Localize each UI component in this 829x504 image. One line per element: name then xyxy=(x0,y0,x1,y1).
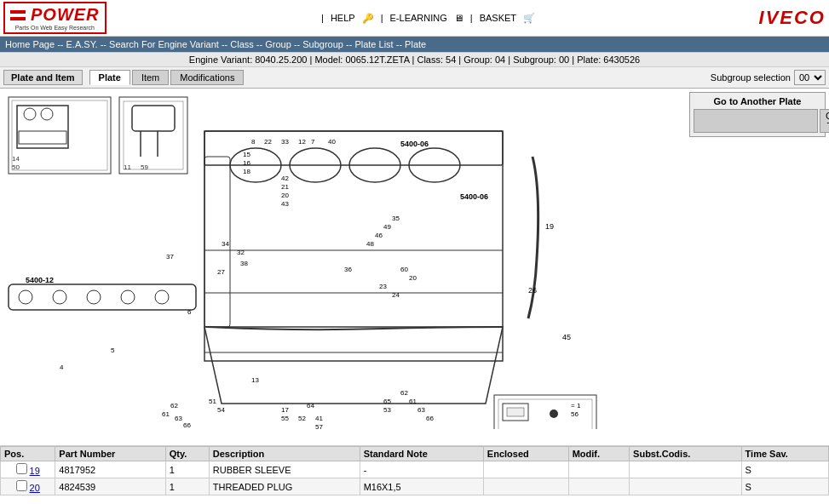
standard-note: - xyxy=(360,461,483,478)
nav-links: | HELP 🔑 | E-LEARNING 🖥 | BASKET 🛒 xyxy=(321,13,535,24)
subgroup-select[interactable]: 00 01 02 xyxy=(794,70,826,85)
tab-modifications[interactable]: Modifications xyxy=(170,70,244,85)
svg-text:34: 34 xyxy=(222,240,229,248)
subst-codis xyxy=(630,461,741,478)
main: 14 50 11 59 xyxy=(0,89,829,495)
enclosed xyxy=(483,461,568,478)
time-sav: S xyxy=(741,461,828,478)
svg-text:65: 65 xyxy=(383,398,391,405)
pos-link[interactable]: 19 xyxy=(30,466,40,476)
svg-rect-90 xyxy=(507,408,524,416)
diagram-area: 14 50 11 59 xyxy=(0,89,829,446)
svg-text:46: 46 xyxy=(375,232,383,239)
svg-text:59: 59 xyxy=(141,163,148,171)
nav-sep3: | xyxy=(470,13,473,23)
basket-icon: 🛒 xyxy=(523,13,535,24)
svg-text:54: 54 xyxy=(217,406,225,414)
header: POWER Parts On Web Easy Research | HELP … xyxy=(0,0,829,37)
svg-text:5: 5 xyxy=(111,346,115,354)
tab-row: Plate and Item Plate Item Modifications … xyxy=(0,67,829,89)
col-qty: Qty. xyxy=(165,447,209,461)
svg-text:61: 61 xyxy=(162,410,170,418)
svg-text:24: 24 xyxy=(392,291,400,299)
subst-codis xyxy=(630,478,741,495)
row-checkbox[interactable] xyxy=(16,463,27,474)
table-row: 19 4817952 1 RUBBER SLEEVE - S xyxy=(1,461,829,478)
go-to-plate-title: Go to Another Plate xyxy=(694,96,821,106)
svg-text:66: 66 xyxy=(183,421,191,429)
svg-text:63: 63 xyxy=(417,406,425,414)
svg-text:50: 50 xyxy=(12,163,20,171)
tab-plate[interactable]: Plate xyxy=(89,70,130,85)
parts-tbody: 19 4817952 1 RUBBER SLEEVE - S 20 482453… xyxy=(1,461,829,495)
svg-text:64: 64 xyxy=(307,402,314,410)
svg-text:33: 33 xyxy=(281,138,289,146)
nav-sep1: | xyxy=(321,13,324,23)
svg-text:45: 45 xyxy=(562,333,571,341)
go-to-plate-input-row: Go To xyxy=(694,109,821,133)
svg-text:51: 51 xyxy=(209,398,216,405)
svg-text:37: 37 xyxy=(166,253,174,261)
pos-link[interactable]: 20 xyxy=(30,483,40,493)
breadcrumb-text: Home Page -- E.A.SY. -- Search For Engin… xyxy=(5,39,426,49)
svg-text:22: 22 xyxy=(264,138,272,146)
elearning-link[interactable]: E-LEARNING xyxy=(390,13,447,23)
modif xyxy=(568,478,629,495)
row-checkbox-cell[interactable]: 20 xyxy=(1,478,55,495)
svg-text:8: 8 xyxy=(251,138,256,146)
svg-text:41: 41 xyxy=(315,415,323,422)
basket-link[interactable]: BASKET xyxy=(480,13,516,23)
iveco-logo: IVECO xyxy=(751,7,826,29)
svg-rect-2 xyxy=(12,100,107,170)
col-pos: Pos. xyxy=(1,447,55,461)
svg-text:20: 20 xyxy=(281,192,289,199)
svg-text:13: 13 xyxy=(251,376,259,384)
standard-note: M16X1,5 xyxy=(360,478,483,495)
col-time-sav: Time Sav. xyxy=(741,447,828,461)
col-partnumber: Part Number xyxy=(55,447,165,461)
svg-text:17: 17 xyxy=(281,406,289,414)
svg-text:36: 36 xyxy=(344,266,352,273)
breadcrumb: Home Page -- E.A.SY. -- Search For Engin… xyxy=(0,37,829,52)
svg-text:6: 6 xyxy=(187,308,192,316)
key-icon: 🔑 xyxy=(362,13,374,24)
subgroup-label: Subgroup selection xyxy=(711,72,791,83)
svg-text:19: 19 xyxy=(545,222,554,231)
svg-text:14: 14 xyxy=(12,155,20,163)
svg-text:40: 40 xyxy=(328,138,336,146)
row-checkbox-cell[interactable]: 19 xyxy=(1,461,55,478)
description: THREADED PLUG xyxy=(209,478,360,495)
svg-text:18: 18 xyxy=(243,168,250,175)
svg-text:7: 7 xyxy=(311,138,315,146)
table-header-row: Pos. Part Number Qty. Description Standa… xyxy=(1,447,829,461)
row-checkbox[interactable] xyxy=(16,480,27,491)
svg-text:61: 61 xyxy=(409,398,417,405)
svg-text:66: 66 xyxy=(426,415,434,422)
svg-text:49: 49 xyxy=(383,223,391,231)
help-link[interactable]: HELP xyxy=(331,13,355,23)
nav-sep2: | xyxy=(381,13,383,23)
logo-flag xyxy=(10,10,26,20)
svg-text:35: 35 xyxy=(392,215,400,222)
svg-text:53: 53 xyxy=(383,406,391,414)
go-to-plate-input[interactable] xyxy=(694,109,818,133)
col-standard-note: Standard Note xyxy=(360,447,483,461)
svg-text:12: 12 xyxy=(298,138,306,146)
svg-text:5400-06: 5400-06 xyxy=(400,140,429,148)
engine-diagram: 14 50 11 59 xyxy=(0,89,639,429)
go-to-plate: Go to Another Plate Go To xyxy=(689,92,826,137)
tab-item[interactable]: Item xyxy=(132,70,169,85)
svg-text:55: 55 xyxy=(281,415,289,422)
part-number: 4824539 xyxy=(55,478,165,495)
col-description: Description xyxy=(209,447,360,461)
svg-point-91 xyxy=(550,410,558,418)
svg-text:23: 23 xyxy=(379,283,387,290)
table-row: 20 4824539 1 THREADED PLUG M16X1,5 S xyxy=(1,478,829,495)
svg-text:62: 62 xyxy=(400,389,408,397)
qty: 1 xyxy=(165,461,209,478)
engine-info: Engine Variant: 8040.25.200 | Model: 006… xyxy=(0,52,829,67)
svg-text:26: 26 xyxy=(528,286,537,295)
svg-text:52: 52 xyxy=(298,415,306,422)
go-to-button[interactable]: Go To xyxy=(820,109,829,133)
svg-text:27: 27 xyxy=(217,268,225,276)
